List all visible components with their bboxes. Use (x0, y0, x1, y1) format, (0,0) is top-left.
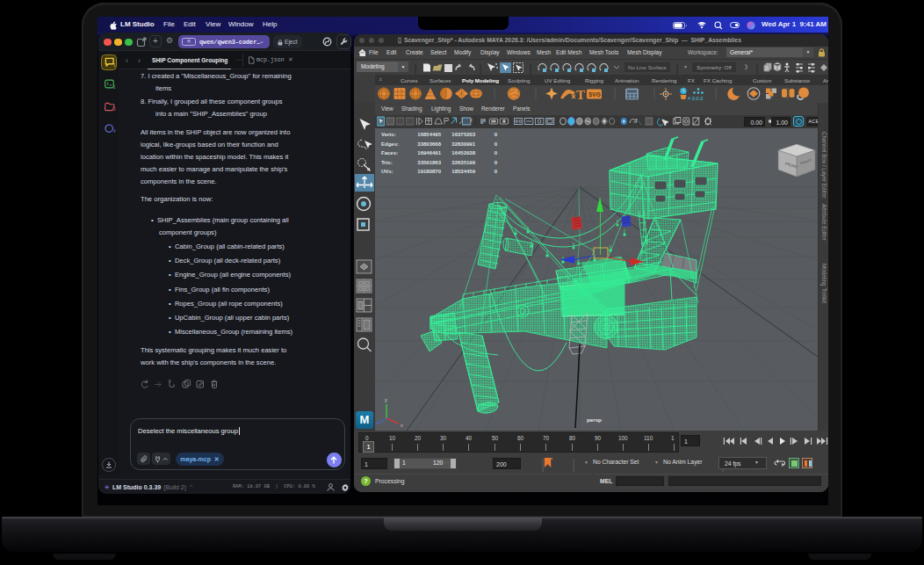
svg-text:Verts:: Verts: (381, 132, 396, 137)
svg-text:SVG: SVG (588, 91, 601, 98)
svg-text:16946491: 16946491 (417, 150, 441, 156)
svg-text:16854495: 16854495 (417, 132, 441, 137)
svg-text:33803668: 33803668 (417, 141, 441, 146)
svg-text:0.0.0: 0.0.0 (692, 96, 703, 101)
svg-text:Tris:: Tris: (381, 159, 393, 164)
svg-text:33591863: 33591863 (417, 159, 441, 164)
svg-text:x: x (401, 423, 403, 428)
svg-text:32635199: 32635199 (451, 159, 475, 164)
svg-text:Edges:: Edges: (381, 141, 399, 146)
svg-text:persp: persp (587, 417, 602, 423)
svg-text:19180870: 19180870 (417, 169, 441, 174)
svg-text:16375203: 16375203 (451, 132, 475, 137)
svg-text:Faces:: Faces: (381, 150, 398, 156)
svg-text:T: T (576, 88, 585, 102)
svg-text:16452938: 16452938 (451, 150, 475, 156)
svg-text:UVs:: UVs: (381, 169, 393, 174)
svg-text:18534459: 18534459 (451, 169, 475, 174)
svg-text:y: y (385, 397, 387, 402)
svg-text:32830991: 32830991 (451, 141, 475, 146)
